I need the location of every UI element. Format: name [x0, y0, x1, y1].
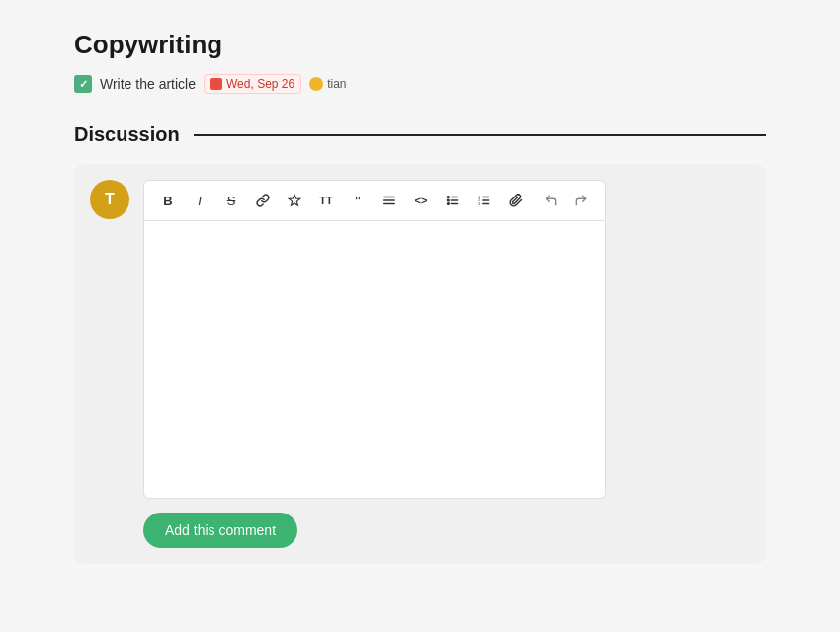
discussion-divider — [194, 134, 766, 136]
align-button[interactable] — [376, 187, 403, 214]
toolbar-undo-redo — [538, 187, 595, 214]
unordered-list-button[interactable] — [439, 187, 466, 214]
task-name: Write the article — [100, 76, 196, 92]
redo-button[interactable] — [567, 187, 595, 214]
svg-point-9 — [447, 203, 449, 205]
page-container: Copywriting Write the article Wed, Sep 2… — [35, 30, 805, 602]
link-button[interactable] — [249, 187, 277, 214]
discussion-header: Discussion — [74, 123, 766, 146]
assignee-name: tian — [327, 77, 346, 91]
svg-point-8 — [447, 199, 449, 201]
svg-point-7 — [447, 197, 449, 198]
avatar: T — [90, 180, 129, 219]
editor-footer: B I S — [143, 180, 606, 548]
comment-editor[interactable] — [144, 221, 605, 498]
strikethrough-button[interactable]: S — [217, 187, 245, 214]
add-comment-button[interactable]: Add this comment — [143, 513, 297, 548]
task-row: Write the article Wed, Sep 26 tian — [74, 74, 766, 94]
task-date-badge: Wed, Sep 26 — [204, 74, 301, 94]
heading-button[interactable]: TT — [312, 187, 340, 214]
comment-area: T B I S — [74, 164, 766, 564]
attach-button[interactable] — [502, 187, 530, 214]
discussion-section: Discussion T B I S — [74, 123, 766, 564]
ordered-list-button[interactable]: 1 2 3 — [470, 187, 498, 214]
assignee-dot-icon — [309, 77, 323, 91]
task-date: Wed, Sep 26 — [226, 77, 294, 91]
undo-button[interactable] — [538, 187, 565, 214]
editor-wrapper: B I S — [143, 180, 606, 499]
discussion-title: Discussion — [74, 123, 180, 146]
task-checkbox-icon — [74, 75, 92, 93]
calendar-icon — [210, 78, 222, 90]
bold-button[interactable]: B — [154, 187, 182, 214]
project-title: Copywriting — [74, 30, 766, 60]
svg-text:3: 3 — [478, 202, 480, 206]
editor-toolbar: B I S — [144, 181, 605, 221]
italic-button[interactable]: I — [186, 187, 213, 214]
highlight-button[interactable] — [281, 187, 308, 214]
svg-marker-0 — [289, 195, 300, 205]
code-button[interactable]: <> — [407, 187, 435, 214]
assignee-badge: tian — [309, 77, 346, 91]
quote-button[interactable]: " — [344, 187, 372, 214]
